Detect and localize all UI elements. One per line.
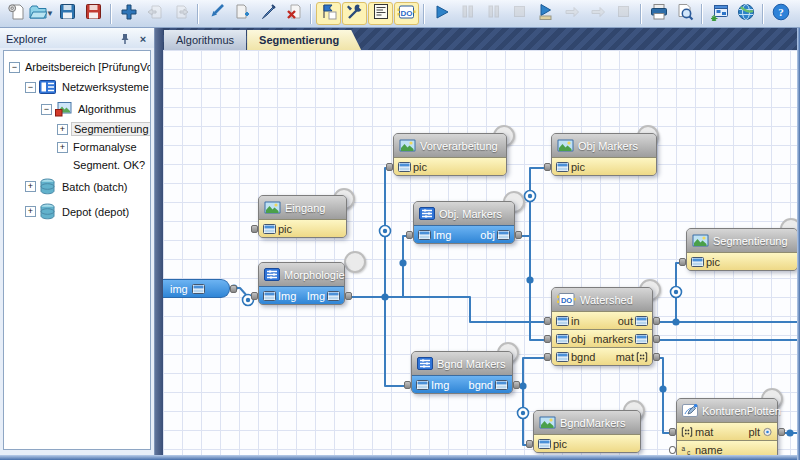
delete-button[interactable] (281, 2, 306, 25)
port-bgnd[interactable] (544, 353, 551, 361)
port-mat[interactable] (669, 428, 676, 436)
show-flags-button[interactable] (316, 2, 341, 25)
port-pic[interactable] (251, 225, 258, 233)
document-tabstrip: AlgorithmusSegmentierung (163, 28, 800, 50)
port-out[interactable] (653, 317, 660, 325)
tree-item-algorithmus[interactable]: −Algorithmus (4, 98, 150, 120)
wire-junction-dot (519, 382, 526, 389)
port-label: Img (431, 379, 449, 391)
pause-icon (459, 3, 476, 24)
port-pic[interactable] (526, 440, 533, 448)
new-workspace-button[interactable] (3, 2, 28, 25)
edit-button[interactable] (255, 2, 280, 25)
print-button[interactable] (646, 2, 671, 25)
application-window: ▼DO? Explorer × −Arbeitsbereich [Prüfung… (0, 0, 800, 460)
tree-expander-icon[interactable]: − (41, 104, 52, 115)
node-graph-canvas[interactable]: imgEingangpicMorphologieImgImgVorverarbe… (163, 50, 800, 460)
help-button[interactable]: ? (768, 2, 793, 25)
node-eingang[interactable]: Eingangpic (258, 195, 347, 238)
node-konturenplotten[interactable]: KonturenPlottenmatpltacname (676, 398, 778, 459)
tree-expander-icon[interactable]: + (25, 181, 36, 192)
tree-expander-icon[interactable]: + (25, 206, 36, 217)
port-bgnd[interactable] (513, 381, 520, 389)
wire-junction-dot (672, 318, 679, 325)
tree-item-formanalyse[interactable]: +Formanalyse (4, 138, 150, 156)
node-vorverarbeitung[interactable]: Vorverarbeitungpic (393, 133, 507, 176)
wire-routing-point[interactable] (380, 226, 391, 237)
node-watershed[interactable]: DOWatershedinoutobjmarkersbgndmat (551, 287, 653, 366)
add-item-button[interactable] (116, 2, 141, 25)
network-window-icon (711, 3, 729, 25)
tab-segmentierung[interactable]: Segmentierung (247, 30, 361, 50)
new-doc-icon (7, 3, 25, 25)
step-over-button (559, 2, 584, 25)
print-preview-button[interactable] (672, 2, 697, 25)
tree-item-segment-ok[interactable]: Segment. OK? (4, 156, 150, 174)
tree-expander-icon[interactable]: − (25, 82, 36, 93)
tree-item-segmentierung[interactable]: +Segmentierung (4, 120, 150, 138)
save-button[interactable] (55, 2, 80, 25)
port-left: acname (681, 444, 723, 456)
port-Img[interactable] (251, 292, 258, 300)
node-bgnd-markers[interactable]: Bgnd MarkersImgbgnd (411, 351, 513, 394)
port-name[interactable] (669, 446, 676, 454)
step-icon (589, 3, 607, 25)
tree-item-netzwerksysteme[interactable]: −Netzwerksysteme (4, 76, 150, 98)
tree-item-batch-batch[interactable]: +Batch (batch) (4, 174, 150, 199)
port-left: pic (263, 223, 292, 235)
node-obj-markers-top[interactable]: Obj Markerspic (551, 133, 657, 176)
port-pic[interactable] (544, 163, 551, 171)
wire-routing-point[interactable] (671, 287, 682, 298)
panel-splitter[interactable] (155, 28, 163, 460)
import-button[interactable] (203, 2, 228, 25)
duplicate-button[interactable] (229, 2, 254, 25)
sliders-icon (264, 268, 280, 281)
run-selection-button[interactable] (533, 2, 558, 25)
plt-icon (762, 427, 773, 437)
port-obj[interactable] (544, 335, 551, 343)
port-plt[interactable] (778, 428, 785, 436)
wire-routing-point[interactable] (525, 191, 536, 202)
show-tools-button[interactable] (342, 2, 367, 25)
external-port-img[interactable]: img (163, 279, 230, 298)
port-Img[interactable] (404, 381, 411, 389)
close-icon[interactable]: × (136, 32, 150, 46)
tab-algorithmus[interactable]: Algorithmus (164, 30, 246, 50)
port-pic[interactable] (386, 163, 393, 171)
port-label: obj (571, 333, 586, 345)
tree-item-depot-depot[interactable]: +Depot (depot) (4, 199, 150, 224)
port-Img[interactable] (345, 292, 352, 300)
pin-icon[interactable] (118, 32, 132, 46)
show-do-blocks-button[interactable]: DO (394, 2, 419, 25)
port-in[interactable] (544, 317, 551, 325)
port-pic[interactable] (679, 258, 686, 266)
run-button[interactable] (429, 2, 454, 25)
node-segmentierung[interactable]: Segmentierungpic (686, 228, 798, 271)
tree-item-arbeitsbereich-pr-fungvonbieget[interactable]: −Arbeitsbereich [PrüfungVonBieget (4, 58, 150, 76)
name-icon: ac (681, 445, 693, 455)
node-header: Vorverarbeitung (394, 134, 506, 157)
tree-expander-icon[interactable]: + (57, 142, 68, 153)
port-img[interactable] (230, 285, 237, 293)
node-title: Obj Markers (578, 140, 638, 152)
port-obj[interactable] (515, 231, 522, 239)
dropdown-caret-icon[interactable]: ▼ (46, 9, 54, 18)
node-morphologie[interactable]: MorphologieImgImg (258, 262, 345, 305)
node-port-row: ImgImg (259, 286, 344, 304)
pic-icon (416, 380, 429, 390)
port-markers[interactable] (653, 335, 660, 343)
tree-expander-icon[interactable]: + (57, 124, 68, 135)
new-network-view-button[interactable] (707, 2, 732, 25)
node-bgndmarkers-view[interactable]: BgndMarkerspic (533, 410, 641, 453)
port-Img[interactable] (406, 231, 413, 239)
open-button[interactable]: ▼ (29, 2, 54, 25)
save-all-button[interactable] (81, 2, 106, 25)
port-mat[interactable] (653, 353, 660, 361)
node-obj-markers[interactable]: Obj. MarkersImgobj (413, 201, 515, 244)
show-code-button[interactable] (368, 2, 393, 25)
tree-item-label: Batch (batch) (60, 181, 129, 193)
wire-routing-point[interactable] (518, 408, 529, 419)
web-help-button[interactable] (733, 2, 758, 25)
tree-expander-icon[interactable]: − (9, 62, 20, 73)
wire (385, 297, 545, 322)
